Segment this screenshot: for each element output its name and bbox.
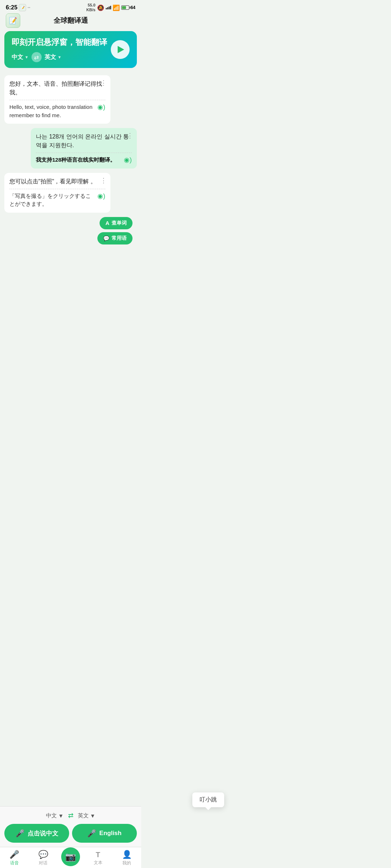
- action-buttons: A 查单词 💬 常用语: [4, 217, 137, 244]
- lookup-label: 查单词: [112, 220, 127, 226]
- app-header: 📝 全球翻译通: [0, 14, 141, 29]
- phrases-icon: 💬: [103, 235, 109, 241]
- play-icon: [118, 46, 124, 53]
- lang-swap-icon[interactable]: ⇄: [31, 52, 42, 62]
- bubble-card-1: ⋮ 您好，文本、语音、拍照翻译记得找我。 Hello, text, voice,…: [4, 75, 110, 124]
- message-more-icon-1[interactable]: ⋮: [100, 79, 107, 87]
- sound-icon-3[interactable]: ◉): [97, 192, 105, 200]
- status-time: 6:25: [6, 4, 17, 11]
- message-1: ⋮ 您好，文本、语音、拍照翻译记得找我。 Hello, text, voice,…: [4, 75, 110, 124]
- source-lang-dropdown-icon: ▼: [25, 55, 29, 59]
- status-app-icon: 📝: [19, 4, 26, 11]
- lookup-icon: A: [105, 220, 109, 226]
- status-right: 55.0KB/s 🔕 📶 64: [87, 3, 135, 12]
- bubble-translated-2: 我支持128种语言在线实时翻译。: [36, 156, 115, 164]
- status-speed: 55.0KB/s: [87, 3, 96, 12]
- message-3: ⋮ 您可以点击"拍照"，看见即理解 。 「写真を撮る」をクリックすることができま…: [4, 173, 110, 213]
- translated-row-1: Hello, text, voice, photo translation re…: [9, 103, 105, 119]
- app-logo: 📝: [6, 13, 20, 28]
- common-phrases-button[interactable]: 💬 常用语: [97, 232, 133, 244]
- message-more-icon-3[interactable]: ⋮: [100, 176, 107, 184]
- message-2: ⋮ 나는 128개 언어의 온라인 실시간 통역을 지원한다. 我支持128种语…: [31, 128, 137, 169]
- status-dots: ··: [28, 5, 30, 10]
- app-title: 全球翻译通: [54, 16, 88, 25]
- bubble-translated-1: Hello, text, voice, photo translation re…: [9, 103, 95, 119]
- wifi-icon: 📶: [113, 4, 120, 11]
- translated-row-3: 「写真を撮る」をクリックすることができます。 ◉): [9, 192, 105, 208]
- lookup-word-button[interactable]: A 查单词: [100, 217, 133, 229]
- sound-icon-1[interactable]: ◉): [97, 103, 105, 111]
- bubble-divider-2: [36, 153, 132, 153]
- play-button[interactable]: [111, 40, 130, 59]
- target-language[interactable]: 英文 ▼: [45, 54, 62, 61]
- chat-area: ⋮ 您好，文本、语音、拍照翻译记得找我。 Hello, text, voice,…: [0, 72, 141, 317]
- bubble-card-2: ⋮ 나는 128개 언어의 온라인 실시간 통역을 지원한다. 我支持128种语…: [31, 128, 137, 169]
- bubble-translated-3: 「写真を撮る」をクリックすることができます。: [9, 192, 95, 208]
- message-more-icon-2[interactable]: ⋮: [127, 132, 133, 140]
- source-lang-label: 中文: [12, 54, 23, 61]
- translated-row-2: 我支持128种语言在线实时翻译。 ◉): [36, 156, 132, 164]
- sound-icon-2[interactable]: ◉): [124, 156, 132, 164]
- target-lang-dropdown-icon: ▼: [58, 55, 62, 59]
- promo-banner[interactable]: 即刻开启悬浮窗，智能翻译 中文 ▼ ⇄ 英文 ▼: [4, 31, 137, 68]
- mute-icon: 🔕: [97, 4, 104, 11]
- phrases-label: 常用语: [112, 235, 127, 242]
- bubble-original-2: 나는 128개 언어의 온라인 실시간 통역을 지원한다.: [36, 132, 132, 150]
- status-left: 6:25 📝 ··: [6, 4, 30, 11]
- battery-percent: 64: [131, 5, 135, 10]
- status-bar: 6:25 📝 ·· 55.0KB/s 🔕 📶 64: [0, 0, 141, 14]
- logo-icon: 📝: [9, 17, 17, 25]
- target-lang-label: 英文: [45, 54, 56, 61]
- signal-icon: [106, 6, 111, 9]
- bubble-original-1: 您好，文本、语音、拍照翻译记得找我。: [9, 80, 105, 97]
- bubble-divider-3: [9, 189, 105, 189]
- bubble-divider-1: [9, 100, 105, 100]
- bubble-original-3: 您可以点击"拍照"，看见即理解 。: [9, 177, 105, 186]
- bubble-card-3: ⋮ 您可以点击"拍照"，看见即理解 。 「写真を撮る」をクリックすることができま…: [4, 173, 110, 213]
- battery-icon: [121, 5, 129, 10]
- source-language[interactable]: 中文 ▼: [12, 54, 29, 61]
